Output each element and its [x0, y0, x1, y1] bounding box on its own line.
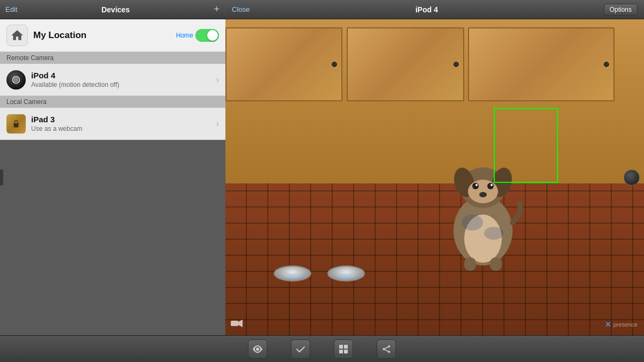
- dog-svg: [435, 147, 531, 271]
- list-item[interactable]: iPad 3 Use as a webcam ›: [0, 108, 225, 140]
- svg-point-11: [487, 183, 494, 189]
- presence-logo-x: ✕: [605, 320, 611, 329]
- camera-lens-icon: [10, 74, 22, 86]
- video-camera-icon: [231, 319, 243, 328]
- svg-point-17: [462, 215, 483, 231]
- share-button[interactable]: [377, 339, 396, 359]
- device-frame: Edit Devices + Close iPod 4 Options My L…: [0, 0, 644, 362]
- dog-bowls: [274, 265, 365, 282]
- camera-panel-header: Close iPod 4 Options: [225, 4, 644, 16]
- svg-rect-15: [464, 257, 476, 271]
- local-camera-section-header: Local Camera: [0, 96, 225, 108]
- check-button[interactable]: [291, 339, 310, 359]
- add-device-button[interactable]: +: [214, 4, 219, 15]
- camera-panel-title: iPod 4: [250, 5, 603, 14]
- svg-rect-22: [344, 345, 348, 349]
- cabinet-door-1: [225, 27, 342, 101]
- presence-logo-text: presence: [613, 321, 638, 328]
- presence-watermark: ✕ presence: [605, 320, 638, 329]
- eye-button[interactable]: [248, 339, 267, 359]
- devices-panel-title: Devices: [17, 5, 214, 14]
- sidebar-empty-area: [0, 140, 225, 335]
- grid-button[interactable]: [334, 339, 353, 359]
- device-name: iPod 4: [31, 71, 211, 80]
- location-name: My Location: [33, 30, 171, 41]
- left-edge-nub: [0, 169, 3, 186]
- device-info-ipad3: iPad 3 Use as a webcam: [31, 115, 211, 132]
- chevron-right-icon: ›: [216, 75, 219, 85]
- eye-icon: [253, 345, 262, 353]
- home-toggle-switch[interactable]: [195, 29, 219, 42]
- main-content: My Location Home Remote Camera: [0, 19, 644, 335]
- remote-camera-section-header: Remote Camera: [0, 52, 225, 64]
- device-icon-ipod: [6, 70, 26, 90]
- svg-rect-3: [13, 123, 18, 127]
- bowl-2: [327, 265, 365, 282]
- close-button[interactable]: Close: [232, 5, 250, 13]
- location-icon: [6, 25, 28, 46]
- bottom-toolbar: [0, 335, 644, 362]
- cabinet-door-3: [468, 27, 614, 101]
- list-item[interactable]: iPod 4 Available (motion detection off) …: [0, 64, 225, 96]
- svg-point-12: [475, 184, 478, 186]
- share-icon: [382, 345, 391, 353]
- svg-rect-21: [339, 345, 343, 349]
- chevron-right-icon: ›: [216, 119, 219, 129]
- svg-point-2: [16, 79, 17, 80]
- camera-feed: ✕ presence: [225, 19, 644, 335]
- svg-line-28: [384, 346, 389, 349]
- camera-view[interactable]: ✕ presence: [225, 19, 644, 335]
- svg-point-18: [484, 227, 503, 240]
- sidebar: My Location Home Remote Camera: [0, 19, 225, 335]
- svg-marker-20: [238, 320, 243, 327]
- svg-rect-23: [339, 350, 343, 353]
- options-button[interactable]: Options: [604, 4, 638, 16]
- svg-point-13: [491, 184, 493, 186]
- cabinet-door-2: [347, 27, 464, 101]
- top-navigation-bar: Edit Devices + Close iPod 4 Options: [0, 0, 644, 19]
- svg-rect-16: [490, 257, 502, 271]
- grid-icon: [339, 345, 348, 353]
- svg-point-14: [479, 192, 487, 197]
- device-name: iPad 3: [31, 115, 211, 124]
- bowl-1: [274, 265, 311, 282]
- checkmark-icon: [296, 345, 305, 353]
- right-edge-button[interactable]: [624, 169, 640, 186]
- house-icon: [10, 28, 24, 42]
- edit-button[interactable]: Edit: [5, 5, 17, 13]
- svg-point-9: [468, 180, 498, 203]
- device-icon-ipad3: [6, 114, 26, 134]
- location-header: My Location Home: [0, 19, 225, 52]
- device-info-ipod4: iPod 4 Available (motion detection off): [31, 71, 211, 88]
- dog-figure: [435, 147, 531, 271]
- camera-indicator-icon: [231, 319, 243, 330]
- home-toggle-label: Home: [176, 32, 193, 39]
- home-toggle-area: Home: [176, 29, 219, 42]
- lock-icon: [10, 118, 22, 130]
- device-status: Use as a webcam: [31, 125, 211, 132]
- svg-point-10: [472, 183, 479, 189]
- device-status: Available (motion detection off): [31, 81, 211, 88]
- devices-panel-header: Edit Devices +: [0, 4, 225, 15]
- svg-line-29: [384, 349, 389, 352]
- svg-rect-24: [344, 350, 348, 353]
- svg-rect-19: [231, 321, 238, 326]
